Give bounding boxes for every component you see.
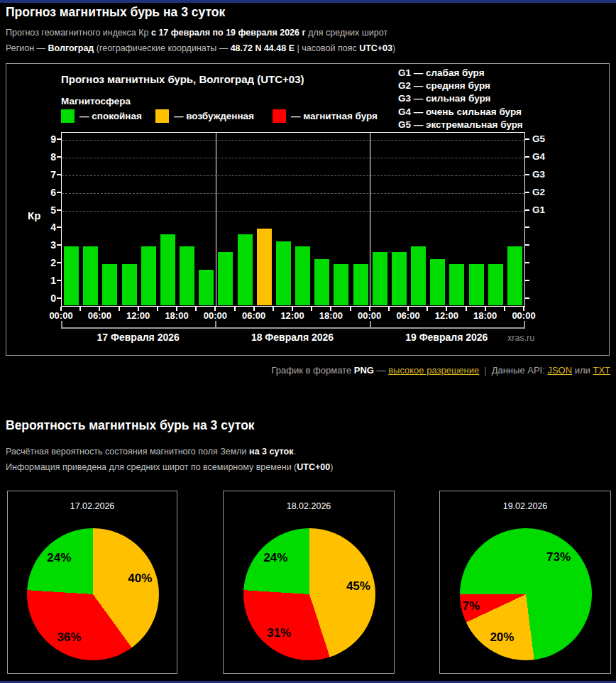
day-date-label: 19 Февраля 2026 <box>368 332 524 343</box>
x-tick-mark <box>273 307 274 311</box>
bracket-cap <box>370 321 371 329</box>
g-legend-line: G1 — слабая буря <box>398 67 523 80</box>
json-link[interactable]: JSON <box>547 365 572 376</box>
subtitle-suffix: для средних широт <box>306 28 387 38</box>
pie-slice-label: 31% <box>267 626 291 640</box>
links-or: или <box>572 365 593 376</box>
legend-item: — магнитная буря <box>273 109 378 123</box>
gridline <box>62 193 524 194</box>
subtitle-dates: с 17 февраля по 19 февраля 2026 г <box>151 28 306 38</box>
note-close-paren: ) <box>330 462 333 472</box>
region-tz-prefix: | часовой пояс <box>295 43 359 53</box>
kp-bar <box>63 246 79 306</box>
x-tick-mark <box>79 307 81 311</box>
kp-bar <box>121 263 138 306</box>
g-scale-label: G1 <box>532 204 545 215</box>
x-tick-label: 00:00 <box>45 310 77 321</box>
top-accent-bar <box>0 0 616 3</box>
y-tick-label: 2 <box>38 257 56 268</box>
y-tick-mark <box>57 138 61 140</box>
y-tick-mark <box>525 262 529 263</box>
links-prefix: График в формате <box>272 365 354 376</box>
y-tick-mark <box>525 244 529 246</box>
y-tick-mark <box>525 192 529 193</box>
prob-bold: на 3 суток <box>249 447 293 457</box>
x-tick-label: 12:00 <box>430 310 463 321</box>
gridline <box>62 158 524 158</box>
day-separator <box>370 133 370 306</box>
region-name: Волгоград <box>48 43 94 53</box>
pie-date-title: 19.02.2026 <box>440 501 610 511</box>
y-tick-mark <box>57 262 61 263</box>
kp-bar <box>160 234 176 306</box>
y-tick-label: 9 <box>38 133 56 145</box>
y-tick-label: 7 <box>38 169 56 180</box>
prob-dot: . <box>293 447 295 457</box>
x-tick-label: 18:00 <box>469 310 502 321</box>
gridline <box>62 140 524 141</box>
kp-bar <box>295 246 311 306</box>
g-scale-label: G5 <box>532 133 545 144</box>
bracket-cap <box>524 321 525 329</box>
x-tick-mark <box>427 307 428 311</box>
kp-bar <box>449 263 465 306</box>
x-tick-mark <box>195 307 197 311</box>
y-tick-mark <box>57 174 61 175</box>
x-tick-label: 00:00 <box>507 310 540 321</box>
plot-area <box>61 132 525 307</box>
kp-bar <box>391 251 407 306</box>
g-legend-line: G4 — очень сильная буря <box>398 106 523 119</box>
pie-slice-label: 24% <box>263 551 287 565</box>
pie-date-title: 17.02.2026 <box>8 501 177 511</box>
day-separator <box>216 133 216 306</box>
gridline <box>62 211 524 212</box>
bracket-cap <box>61 321 62 329</box>
legend-item: — спокойная <box>61 109 142 123</box>
x-tick-label: 12:00 <box>276 310 309 321</box>
x-tick-mark <box>504 307 505 311</box>
x-tick-mark <box>466 307 467 311</box>
legend-swatch <box>61 109 75 123</box>
links-dash: — <box>374 365 388 376</box>
x-tick-label: 00:00 <box>353 310 386 321</box>
probability-note: Информация приведена для средних широт п… <box>6 462 333 472</box>
pie-chart <box>460 528 592 660</box>
kp-bar <box>410 246 427 306</box>
g-legend-line: G5 — экстремальная буря <box>398 119 523 131</box>
high-resolution-link[interactable]: высокое разрешение <box>388 365 479 376</box>
g-scale-label: G3 <box>532 169 545 180</box>
legend-label: — возбужденная <box>174 111 254 121</box>
api-prefix: Данные API: <box>492 365 548 376</box>
pie-slice-label: 7% <box>463 599 480 613</box>
region-prefix: Регион — <box>6 43 48 53</box>
kp-bar <box>488 263 504 306</box>
y-tick-mark <box>57 297 61 299</box>
links-separator: | <box>479 365 491 376</box>
kp-bar <box>237 234 253 306</box>
region-line: Регион — Волгоград (географические коорд… <box>6 43 395 53</box>
pie-slice-label: 24% <box>47 551 71 565</box>
y-tick-label: 4 <box>38 222 56 233</box>
y-tick-mark <box>57 280 61 281</box>
y-tick-label: 0 <box>38 293 56 304</box>
kp-bar <box>372 251 388 306</box>
kp-bar <box>314 258 330 306</box>
watermark: xras.ru <box>507 333 534 343</box>
kp-bar <box>507 246 523 306</box>
links-row: График в формате PNG — высокое разрешени… <box>0 365 610 376</box>
pie-slice-label: 36% <box>57 630 81 645</box>
y-tick-label: 6 <box>38 187 56 198</box>
x-tick-mark <box>388 307 390 311</box>
date-bracket <box>61 327 524 329</box>
y-tick-mark <box>525 174 529 175</box>
pie-panel: 18.02.202645%31%24% <box>223 491 395 674</box>
txt-link[interactable]: TXT <box>593 365 610 376</box>
magnetosphere-label: Магнитосфера <box>61 96 131 106</box>
x-tick-label: 06:00 <box>238 310 270 321</box>
page-title: Прогноз магнитных бурь на 3 суток <box>6 5 225 20</box>
y-tick-mark <box>525 280 529 281</box>
magnetosphere-legend: — спокойная— возбужденная— магнитная бур… <box>61 109 395 125</box>
x-tick-mark <box>234 307 236 311</box>
x-tick-label: 18:00 <box>160 310 193 321</box>
x-tick-label: 06:00 <box>392 310 424 321</box>
